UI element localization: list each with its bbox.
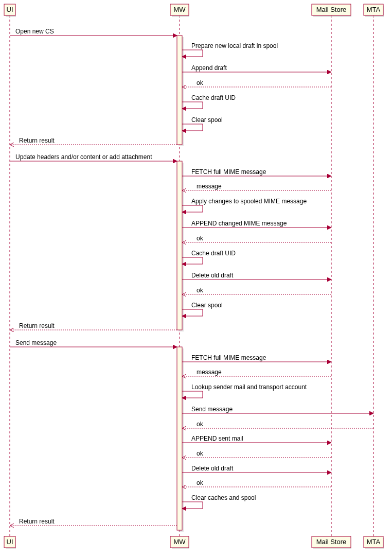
msg-label: Delete old draft (191, 465, 234, 472)
sequence-diagram: UI MW Mail Store MTA UI MW Mail Store MT… (0, 0, 392, 559)
msg-label: Return result (19, 137, 55, 144)
arrow-self-clear-caches (182, 502, 203, 509)
arrow-self-apply-changes (182, 205, 203, 212)
arrow-self-prepare-draft (182, 50, 203, 57)
participant-mailstore-top: Mail Store (312, 4, 351, 17)
arrow-self-cache-uid-2 (182, 257, 203, 264)
participant-label: Mail Store (316, 6, 347, 13)
arrow-self-cache-uid-1 (182, 102, 203, 109)
msg-label: Apply changes to spooled MIME message (191, 198, 307, 205)
participant-mta-bottom: MTA (364, 536, 384, 549)
msg-label: Lookup sender mail and transport account (191, 383, 307, 391)
participant-label: UI (7, 538, 13, 546)
msg-label: Return result (19, 518, 55, 525)
arrow-self-lookup-sender (182, 391, 203, 398)
activation-mw-1 (177, 36, 182, 145)
activation-mw-2 (177, 161, 182, 330)
msg-label: ok (197, 287, 204, 294)
msg-label: Send message (15, 339, 57, 346)
msg-label: Send message (191, 406, 233, 413)
msg-label: ok (197, 479, 204, 486)
participant-ui-bottom: UI (4, 536, 16, 549)
arrow-self-clear-spool-1 (182, 124, 203, 131)
msg-label: ok (197, 421, 204, 428)
msg-label: Clear spool (191, 302, 223, 309)
msg-label: Update headers and/or content or add att… (15, 153, 152, 161)
participant-label: MTA (367, 6, 381, 13)
msg-label: message (197, 183, 222, 190)
activation-mw-3 (177, 347, 182, 530)
msg-label: Prepare new local draft in spool (191, 42, 278, 49)
participant-label: Mail Store (316, 538, 347, 546)
participant-ui-top: UI (4, 4, 16, 17)
msg-label: FETCH full MIME message (191, 168, 266, 176)
msg-label: message (197, 369, 222, 376)
msg-label: ok (197, 235, 204, 242)
participant-label: MTA (367, 538, 381, 546)
msg-label: APPEND changed MIME message (191, 220, 287, 227)
msg-label: ok (197, 79, 204, 86)
participant-mw-top: MW (170, 4, 189, 17)
msg-label: Cache draft UID (191, 94, 236, 101)
msg-label: Delete old draft (191, 272, 234, 279)
msg-label: Clear caches and spool (191, 494, 256, 501)
participant-label: MW (173, 6, 186, 13)
msg-label: Open new CS (15, 28, 54, 35)
msg-label: Append draft (191, 64, 227, 72)
msg-label: Cache draft UID (191, 250, 236, 257)
participant-label: UI (7, 6, 13, 13)
participant-mw-bottom: MW (170, 536, 189, 549)
msg-label: Return result (19, 322, 55, 329)
participant-mta-top: MTA (364, 4, 384, 17)
participant-mailstore-bottom: Mail Store (312, 536, 351, 549)
participant-label: MW (173, 538, 186, 546)
msg-label: FETCH full MIME message (191, 354, 266, 361)
msg-label: APPEND sent mail (191, 435, 243, 442)
msg-label: Clear spool (191, 116, 223, 124)
arrow-self-clear-spool-2 (182, 309, 203, 316)
msg-label: ok (197, 450, 204, 457)
